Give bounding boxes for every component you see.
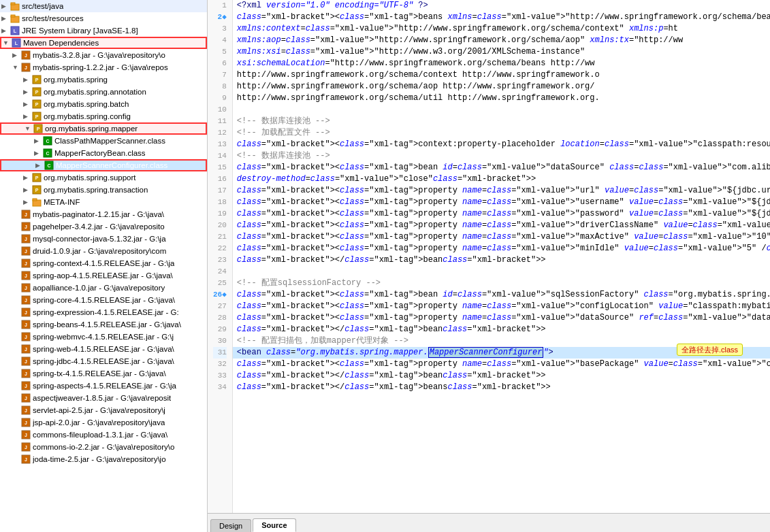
expand-arrow[interactable]: ▶ [23, 101, 31, 107]
svg-text:J: J [25, 212, 27, 217]
tree-item-servlet-api[interactable]: Jservlet-api-2.5.jar - G:\java\repositor… [0, 404, 207, 416]
svg-rect-3 [11, 15, 15, 17]
line-number-33: 33 [213, 370, 227, 382]
expand-arrow[interactable]: ▼ [3, 39, 11, 46]
tree-label: mybatis-spring-1.2.2.jar - G:\java\repos [33, 63, 168, 71]
code-content: 12◆3456789101112131415161718192021222324… [208, 0, 770, 513]
line-number-13: 13 [213, 139, 227, 150]
expand-arrow[interactable]: ▶ [23, 113, 31, 120]
tree-icon-jar: J [20, 331, 31, 342]
tree-label: src/test/resources [22, 14, 84, 22]
tree-item-joda-time[interactable]: Jjoda-time-2.5.jar - G:\java\repository\… [0, 453, 207, 465]
expand-arrow[interactable]: ▶ [23, 174, 31, 181]
tree-icon-class: C [42, 148, 53, 159]
tree-label: spring-tx-4.1.5.RELEASE.jar - G:\java\ [33, 369, 166, 378]
tree-label: spring-beans-4.1.5.RELEASE.jar - G:\java… [33, 320, 181, 329]
tree-item-spring-aop[interactable]: Jspring-aop-4.1.5.RELEASE.jar - G:\java\ [0, 269, 207, 282]
tree-item-spring-web[interactable]: Jspring-web-4.1.5.RELEASE.jar - G:\java\ [0, 343, 207, 355]
tree-item-spring-beans[interactable]: Jspring-beans-4.1.5.RELEASE.jar - G:\jav… [0, 318, 207, 331]
tree-item-src-test-java[interactable]: ▶src/test/java [0, 0, 207, 12]
tree-label: commons-io-2.2.jar - G:\java\repository\… [33, 443, 174, 451]
expand-arrow[interactable]: ▶ [23, 186, 31, 193]
tree-item-src-test-resources[interactable]: ▶src/test/resources [0, 12, 207, 24]
tree-item-druid[interactable]: Jdruid-1.0.9.jar - G:\java\repository\co… [0, 245, 207, 257]
tree-item-spring-jdbc[interactable]: Jspring-jdbc-4.1.5.RELEASE.jar - G:\java… [0, 355, 207, 367]
tree-icon-jar: J [20, 380, 31, 391]
code-line-2: class="xml-bracket"><class="xml-tag">bea… [233, 12, 770, 23]
line-number-34: 34 [213, 382, 227, 393]
tree-item-spring-webmvc[interactable]: Jspring-webmvc-4.1.5.RELEASE.jar - G:\j [0, 331, 207, 343]
tree-item-aspectjweaver[interactable]: Jaspectjweaver-1.8.5.jar - G:\java\repos… [0, 392, 207, 404]
code-line-6: xsi:schemaLocation="http://www.springfra… [233, 58, 770, 69]
tree-item-META-INF[interactable]: ▶META-INF [0, 196, 207, 208]
expand-arrow[interactable]: ▶ [23, 76, 31, 83]
code-line-11: <!-- 数据库连接池 --> [233, 116, 770, 127]
tree-item-maven-deps[interactable]: ▼LMaven Dependencies [0, 37, 207, 49]
tree-item-org.mybatis.spring.support[interactable]: ▶Porg.mybatis.spring.support [0, 171, 207, 184]
expand-arrow[interactable]: ▼ [25, 125, 33, 132]
tree-item-mybatis-3.2.8[interactable]: ▶Jmybatis-3.2.8.jar - G:\java\repository… [0, 49, 207, 61]
expand-arrow[interactable]: ▶ [23, 88, 31, 95]
tree-item-jsp-api[interactable]: Jjsp-api-2.0.jar - G:\java\repository\ja… [0, 416, 207, 429]
tree-item-ClassPathMapperScanner[interactable]: ▶CClassPathMapperScanner.class [0, 135, 207, 147]
expand-arrow[interactable]: ▶ [34, 137, 42, 144]
expand-arrow[interactable]: ▶ [1, 27, 10, 34]
tree-label: spring-jdbc-4.1.5.RELEASE.jar - G:\java\ [33, 357, 174, 365]
svg-text:L: L [15, 41, 18, 46]
tab-source[interactable]: Source [253, 518, 295, 532]
tree-item-commons-io[interactable]: Jcommons-io-2.2.jar - G:\java\repository… [0, 441, 207, 453]
tree-icon-jar: J [20, 356, 31, 367]
tree-item-spring-aspects[interactable]: Jspring-aspects-4.1.5.RELEASE.jar - G:\j… [0, 380, 207, 392]
tree-icon-jar: J [20, 62, 31, 73]
tree-label: META-INF [44, 198, 80, 206]
tree-item-spring-expression[interactable]: Jspring-expression-4.1.5.RELEASE.jar - G… [0, 306, 207, 318]
line-number-23: 23 [213, 254, 227, 266]
tree-label: org.mybatis.spring.config [44, 112, 131, 120]
tree-item-spring-tx[interactable]: Jspring-tx-4.1.5.RELEASE.jar - G:\java\ [0, 367, 207, 380]
tree-item-org.mybatis.spring.transaction[interactable]: ▶Porg.mybatis.spring.transaction [0, 184, 207, 196]
line-number-29: 29 [213, 324, 227, 335]
tree-label: MapperScannerConfigurer.class [56, 161, 167, 169]
expand-arrow[interactable]: ▶ [12, 52, 20, 59]
tree-item-org.mybatis.spring.batch[interactable]: ▶Porg.mybatis.spring.batch [0, 98, 207, 110]
tree-item-MapperScannerConfigurer[interactable]: ▶CMapperScannerConfigurer.class [0, 159, 207, 171]
expand-arrow[interactable]: ▶ [34, 150, 42, 156]
expand-arrow[interactable]: ▶ [35, 162, 44, 169]
tree-label: ClassPathMapperScanner.class [54, 137, 165, 145]
tree-item-aopalliance[interactable]: Jaopalliance-1.0.jar - G:\java\repositor… [0, 282, 207, 294]
expand-arrow[interactable]: ▶ [23, 199, 31, 205]
tree-item-commons-fileupload[interactable]: Jcommons-fileupload-1.3.1.jar - G:\java\ [0, 429, 207, 441]
line-number-2: 2◆ [213, 12, 227, 23]
tree-label: JRE System Library [JavaSE-1.8] [22, 27, 138, 35]
tree-item-mybatis-spring-1.2.2[interactable]: ▼Jmybatis-spring-1.2.2.jar - G:\java\rep… [0, 61, 207, 73]
tree-item-pagehelper[interactable]: Jpagehelper-3.4.2.jar - G:\java\reposito [0, 220, 207, 233]
expand-arrow[interactable]: ▶ [1, 3, 10, 10]
line-number-12: 12 [213, 127, 227, 139]
line-number-26: 26◆ [213, 289, 227, 301]
tree-item-mybatis-paginator[interactable]: Jmybatis-paginator-1.2.15.jar - G:\java\ [0, 208, 207, 220]
tree-item-jre-system[interactable]: ▶LJRE System Library [JavaSE-1.8] [0, 24, 207, 37]
svg-text:C: C [47, 163, 50, 168]
tree-item-org.mybatis.spring.annotation[interactable]: ▶Porg.mybatis.spring.annotation [0, 86, 207, 98]
tree-item-spring-context[interactable]: Jspring-context-4.1.5.RELEASE.jar - G:\j… [0, 257, 207, 269]
tree-item-spring-core[interactable]: Jspring-core-4.1.5.RELEASE.jar - G:\java… [0, 294, 207, 306]
expand-arrow[interactable]: ▶ [1, 15, 10, 22]
tree-icon-package: P [31, 172, 42, 183]
line-number-30: 30 [213, 335, 227, 347]
tree-icon-jar: J [20, 344, 31, 354]
svg-text:P: P [35, 78, 39, 82]
tree-label: aopalliance-1.0.jar - G:\java\repository [33, 284, 165, 292]
code-area[interactable]: 全路径去掉.class <?xml version="1.0" encoding… [233, 0, 770, 513]
tree-item-org.mybatis.spring[interactable]: ▶Porg.mybatis.spring [0, 73, 207, 86]
tree-icon-jar: J [20, 454, 31, 465]
expand-arrow[interactable]: ▼ [12, 64, 20, 71]
tree-item-mysql-connector[interactable]: Jmysql-connector-java-5.1.32.jar - G:\ja [0, 233, 207, 245]
line-number-11: 11 [213, 116, 227, 127]
tree-item-org.mybatis.spring.config[interactable]: ▶Porg.mybatis.spring.config [0, 110, 207, 122]
tree-item-MapperFactoryBean[interactable]: ▶CMapperFactoryBean.class [0, 147, 207, 159]
tree-item-org.mybatis.spring.mapper[interactable]: ▼Porg.mybatis.spring.mapper [0, 122, 207, 135]
code-line-22: class="xml-bracket"><class="xml-tag">pro… [233, 243, 770, 254]
code-line-8: http://www.springframework.org/schema/ao… [233, 81, 770, 93]
tab-design[interactable]: Design [210, 519, 251, 532]
code-line-20: class="xml-bracket"><class="xml-tag">pro… [233, 220, 770, 231]
